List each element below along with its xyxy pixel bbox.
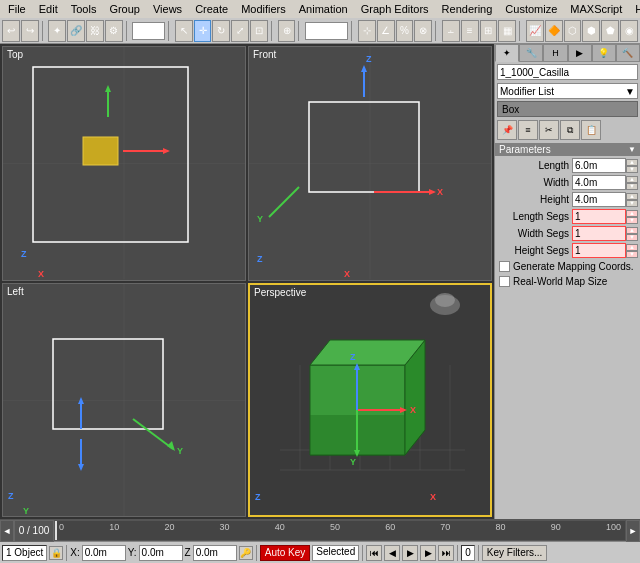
real-world-checkbox[interactable] <box>499 276 510 287</box>
menu-edit[interactable]: Edit <box>33 2 64 16</box>
menu-file[interactable]: File <box>2 2 32 16</box>
sb-x-input[interactable]: 0.0m <box>82 545 126 561</box>
tb-bind[interactable]: ⚙ <box>105 20 123 42</box>
timeline-right-btn[interactable]: ► <box>626 520 640 542</box>
height-segs-input[interactable]: 1 <box>572 243 626 258</box>
height-spin-down[interactable]: ▼ <box>626 200 638 207</box>
width-spin-down[interactable]: ▼ <box>626 183 638 190</box>
menu-modifiers[interactable]: Modifiers <box>235 2 292 16</box>
width-segs-spin-down[interactable]: ▼ <box>626 234 638 241</box>
sb-autokey-btn[interactable]: Auto Key <box>260 545 311 561</box>
tb-move[interactable]: ✛ <box>194 20 212 42</box>
rp-tab-display[interactable]: 💡 <box>592 44 616 62</box>
timeline-left-btn[interactable]: ◄ <box>0 520 14 542</box>
tb-active-shade[interactable]: ◉ <box>620 20 638 42</box>
tb-curve[interactable]: 📈 <box>526 20 544 42</box>
rp-stack-icon[interactable]: ≡ <box>518 120 538 140</box>
length-spin-down[interactable]: ▼ <box>626 166 638 173</box>
height-spin-up[interactable]: ▲ <box>626 193 638 200</box>
tb-scale[interactable]: ⤢ <box>231 20 249 42</box>
length-input[interactable]: 6.0m <box>572 158 626 173</box>
menu-customize[interactable]: Customize <box>499 2 563 16</box>
length-spin-up[interactable]: ▲ <box>626 159 638 166</box>
object-name-input[interactable] <box>497 64 638 80</box>
sb-key-filters-btn[interactable]: Key Filters... <box>482 545 548 561</box>
tb-quick-render[interactable]: ⬟ <box>601 20 619 42</box>
tb-ref[interactable]: ⊕ <box>278 20 296 42</box>
tb-spinlock[interactable]: ⊗ <box>414 20 432 42</box>
tb-select-obj[interactable]: ↖ <box>175 20 193 42</box>
timeline-bar[interactable]: 0 10 20 30 40 50 60 70 80 90 100 <box>54 520 626 541</box>
rp-tab-create[interactable]: ✦ <box>495 44 519 62</box>
height-segs-spin-up[interactable]: ▲ <box>626 244 638 251</box>
sb-y-input[interactable]: 0.0m <box>139 545 183 561</box>
params-header[interactable]: Parameters ▼ <box>495 143 640 156</box>
tb-all-dropdown[interactable]: All ▼ <box>132 22 165 40</box>
sb-y-label: Y: <box>128 547 137 558</box>
sb-key-icon[interactable]: 🔑 <box>239 546 253 560</box>
menu-maxscript[interactable]: MAXScript <box>564 2 628 16</box>
tb-undo[interactable]: ↩ <box>2 20 20 42</box>
modifier-list-dropdown[interactable]: Modifier List ▼ <box>497 83 638 99</box>
sb-prev-frame-btn[interactable]: ◀ <box>384 545 400 561</box>
tb-layers[interactable]: ▦ <box>498 20 516 42</box>
length-segs-spin-up[interactable]: ▲ <box>626 210 638 217</box>
width-segs-input[interactable]: 1 <box>572 226 626 241</box>
sb-z-input[interactable]: 0.0m <box>193 545 237 561</box>
tb-angle[interactable]: ∠ <box>377 20 395 42</box>
tb-view-dropdown[interactable]: View ▼ <box>305 22 348 40</box>
width-input[interactable]: 4.0m <box>572 175 626 190</box>
menu-animation[interactable]: Animation <box>293 2 354 16</box>
menu-group[interactable]: Group <box>103 2 146 16</box>
tb-snap[interactable]: ⊹ <box>358 20 376 42</box>
menu-views[interactable]: Views <box>147 2 188 16</box>
sb-frame-number[interactable]: 0 <box>461 545 475 561</box>
tb-render[interactable]: ⬢ <box>582 20 600 42</box>
rp-pin-icon[interactable]: 📌 <box>497 120 517 140</box>
rp-tab-hierarchy[interactable]: H <box>543 44 567 62</box>
rp-tab-utilities[interactable]: 🔨 <box>616 44 640 62</box>
tb-select[interactable]: ✦ <box>48 20 66 42</box>
menu-tools[interactable]: Tools <box>65 2 103 16</box>
viewport-left[interactable]: Left Y Z Y <box>2 283 246 518</box>
tb-link[interactable]: 🔗 <box>67 20 85 42</box>
tb-sep-8 <box>519 21 522 41</box>
tb-align2[interactable]: ⊞ <box>480 20 498 42</box>
tb-align[interactable]: ≡ <box>461 20 479 42</box>
sb-lock-icon[interactable]: 🔒 <box>49 546 63 560</box>
menu-create[interactable]: Create <box>189 2 234 16</box>
tb-schematic[interactable]: 🔶 <box>545 20 563 42</box>
sb-play-btn[interactable]: ▶ <box>402 545 418 561</box>
height-segs-spin-down[interactable]: ▼ <box>626 251 638 258</box>
rp-tab-motion[interactable]: ▶ <box>568 44 592 62</box>
gen-mapping-checkbox[interactable]: ✓ <box>499 261 510 272</box>
rp-cut-icon[interactable]: ✂ <box>539 120 559 140</box>
height-input[interactable]: 4.0m <box>572 192 626 207</box>
length-segs-input[interactable]: 1 <box>572 209 626 224</box>
sb-next-frame-btn[interactable]: ▶ <box>420 545 436 561</box>
tb-redo[interactable]: ↪ <box>21 20 39 42</box>
rp-copy-icon[interactable]: ⧉ <box>560 120 580 140</box>
rp-paste-icon[interactable]: 📋 <box>581 120 601 140</box>
viewport-perspective[interactable]: Perspective <box>248 283 492 518</box>
sb-play-first-btn[interactable]: ⏮ <box>366 545 382 561</box>
rp-tab-modify[interactable]: 🔧 <box>519 44 543 62</box>
svg-text:Y: Y <box>23 506 29 516</box>
tb-percent[interactable]: % <box>396 20 414 42</box>
viewport-top[interactable]: Top Z X <box>2 46 246 281</box>
menu-graph-editors[interactable]: Graph Editors <box>355 2 435 16</box>
menu-help[interactable]: Help <box>629 2 640 16</box>
width-segs-spin-up[interactable]: ▲ <box>626 227 638 234</box>
tb-mirror[interactable]: ⫠ <box>442 20 460 42</box>
height-value: 4.0m <box>575 194 597 205</box>
stack-item-box[interactable]: Box <box>497 101 638 117</box>
menu-rendering[interactable]: Rendering <box>436 2 499 16</box>
width-spin-up[interactable]: ▲ <box>626 176 638 183</box>
tb-mat[interactable]: ⬡ <box>564 20 582 42</box>
tb-scale2[interactable]: ⊡ <box>250 20 268 42</box>
tb-unlink[interactable]: ⛓ <box>86 20 104 42</box>
tb-rotate[interactable]: ↻ <box>212 20 230 42</box>
sb-play-last-btn[interactable]: ⏭ <box>438 545 454 561</box>
length-segs-spin-down[interactable]: ▼ <box>626 217 638 224</box>
viewport-front[interactable]: Front Z X Y Z X <box>248 46 492 281</box>
